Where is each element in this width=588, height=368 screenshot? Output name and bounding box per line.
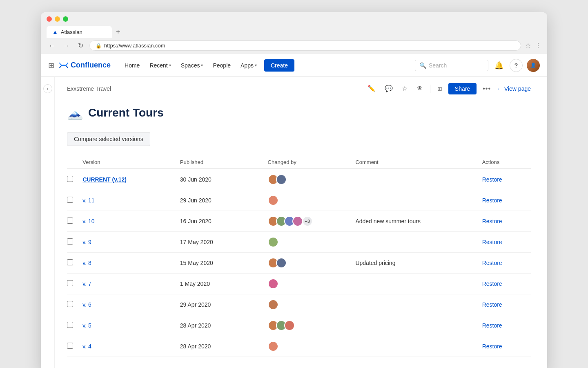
version-checkbox[interactable]	[67, 322, 73, 328]
traffic-light-red[interactable]	[47, 16, 52, 22]
avatar-group	[268, 341, 351, 352]
back-button[interactable]: ←	[47, 41, 57, 50]
version-checkbox[interactable]	[67, 176, 73, 182]
sidebar-toggle-button[interactable]: ›	[43, 84, 52, 93]
version-link[interactable]: v. 7	[82, 280, 91, 287]
menu-icon[interactable]: ⋮	[535, 42, 541, 49]
nav-spaces[interactable]: Spaces ▾	[177, 59, 207, 72]
compare-versions-button[interactable]: Compare selected versions	[67, 132, 150, 146]
create-button[interactable]: Create	[264, 59, 294, 72]
row-checkbox-cell	[67, 336, 82, 357]
breadcrumb: Exxstreme Travel	[67, 85, 111, 92]
nav-apps[interactable]: Apps ▾	[236, 59, 261, 72]
confluence-logo[interactable]: Confluence	[59, 61, 111, 70]
version-link[interactable]: v. 4	[82, 343, 91, 350]
more-button[interactable]: •••	[480, 83, 494, 94]
view-page-button[interactable]: ← View page	[497, 85, 531, 92]
version-link[interactable]: v. 8	[82, 260, 91, 266]
user-avatar[interactable]: 👤	[527, 59, 540, 72]
star-button[interactable]: ☆	[399, 83, 410, 94]
avatar-group	[268, 299, 351, 310]
published-cell: 28 Apr 2020	[180, 336, 268, 357]
published-cell: 29 Jun 2020	[180, 190, 268, 211]
version-checkbox[interactable]	[67, 301, 73, 307]
restore-link[interactable]: Restore	[482, 218, 502, 224]
col-header-version: Version	[82, 156, 180, 169]
version-checkbox[interactable]	[67, 238, 73, 245]
changed-by-cell	[268, 169, 356, 190]
watch-button[interactable]: 👁	[414, 83, 426, 94]
version-link[interactable]: v. 11	[82, 197, 94, 204]
restore-link[interactable]: Restore	[482, 197, 502, 204]
version-cell: v. 6	[82, 294, 180, 315]
tab-title: Atlassian	[61, 29, 82, 35]
table-row: v. 1016 Jun 2020+3Added new summer tours…	[67, 211, 531, 232]
comment-cell	[355, 274, 482, 294]
version-checkbox[interactable]	[67, 259, 73, 265]
table-row: v. 528 Apr 2020Restore	[67, 315, 531, 336]
published-cell: 1 May 2020	[180, 274, 268, 294]
comment-cell	[355, 294, 482, 315]
copy-button[interactable]: ⊞	[434, 83, 445, 94]
url-bar[interactable]: 🔒 https://www.atlassian.com	[89, 40, 521, 51]
edit-button[interactable]: ✏️	[365, 83, 379, 94]
nav-links: Home Recent ▾ Spaces ▾ People Apps ▾ Cre…	[120, 59, 415, 72]
notifications-button[interactable]: 🔔	[492, 59, 506, 72]
edit-icon: ✏️	[368, 85, 376, 92]
forward-button[interactable]: →	[61, 41, 72, 50]
restore-link[interactable]: Restore	[482, 176, 502, 183]
comment-button[interactable]: 💬	[382, 83, 396, 94]
search-box[interactable]: 🔍 Search	[415, 60, 488, 71]
version-link[interactable]: v. 10	[82, 218, 94, 224]
nav-right: 🔍 Search 🔔 ? 👤	[415, 59, 540, 72]
help-button[interactable]: ?	[510, 59, 523, 72]
traffic-light-green[interactable]	[63, 16, 68, 22]
restore-link[interactable]: Restore	[482, 322, 502, 329]
col-header-published: Published	[180, 156, 268, 169]
nav-people[interactable]: People	[209, 59, 235, 72]
row-checkbox-cell	[67, 294, 82, 315]
reload-button[interactable]: ↻	[76, 41, 85, 50]
actions-cell: Restore	[482, 315, 531, 336]
new-tab-button[interactable]: +	[112, 26, 125, 38]
avatar-group	[268, 320, 351, 331]
table-row: v. 71 May 2020Restore	[67, 274, 531, 294]
search-placeholder: Search	[429, 62, 447, 69]
star-icon[interactable]: ☆	[525, 42, 531, 49]
nav-home[interactable]: Home	[120, 59, 144, 72]
traffic-light-yellow[interactable]	[55, 16, 60, 22]
comment-cell	[355, 169, 482, 190]
version-table: Version Published Changed by Comment Act…	[67, 156, 531, 357]
restore-link[interactable]: Restore	[482, 239, 502, 245]
published-cell: 16 Jun 2020	[180, 211, 268, 232]
table-row: v. 815 May 2020Updated pricingRestore	[67, 253, 531, 274]
changed-by-cell	[268, 336, 356, 357]
avatar	[276, 174, 287, 185]
browser-tab[interactable]: ▲ Atlassian	[47, 26, 112, 38]
grid-icon[interactable]: ⊞	[48, 61, 54, 70]
version-checkbox[interactable]	[67, 218, 73, 224]
restore-link[interactable]: Restore	[482, 301, 502, 308]
table-row: v. 428 Apr 2020Restore	[67, 336, 531, 357]
share-button[interactable]: Share	[448, 83, 477, 94]
sidebar-toggle[interactable]: ›	[41, 77, 55, 368]
row-checkbox-cell	[67, 211, 82, 232]
version-link[interactable]: v. 6	[82, 301, 91, 308]
restore-link[interactable]: Restore	[482, 343, 502, 350]
version-checkbox[interactable]	[67, 197, 73, 203]
published-cell: 15 May 2020	[180, 253, 268, 274]
restore-link[interactable]: Restore	[482, 280, 502, 287]
avatar	[268, 341, 278, 352]
version-cell: v. 7	[82, 274, 180, 294]
page-area: › Exxstreme Travel ✏️ 💬 ☆ 👁	[41, 77, 547, 368]
avatar	[284, 320, 295, 331]
version-checkbox[interactable]	[67, 280, 73, 286]
version-cell: v. 11	[82, 190, 180, 211]
version-link[interactable]: v. 5	[82, 322, 91, 329]
version-link[interactable]: v. 9	[82, 239, 91, 245]
restore-link[interactable]: Restore	[482, 260, 502, 266]
version-cell: v. 4	[82, 336, 180, 357]
version-checkbox[interactable]	[67, 343, 73, 349]
nav-recent[interactable]: Recent ▾	[145, 59, 175, 72]
version-link[interactable]: CURRENT (v.12)	[82, 176, 127, 183]
